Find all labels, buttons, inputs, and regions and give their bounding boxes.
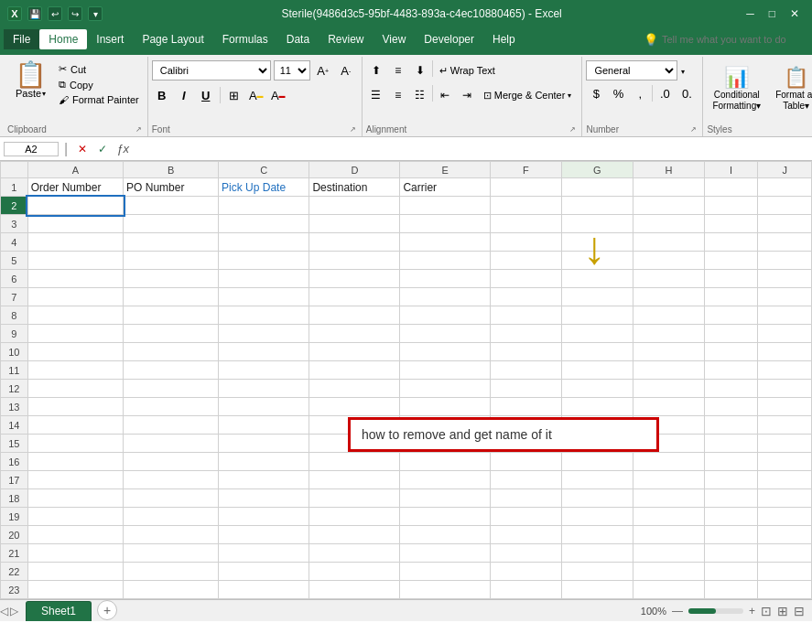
cell-F18[interactable] xyxy=(490,489,561,508)
align-center-btn[interactable]: ≡ xyxy=(388,85,408,105)
cell-F7[interactable] xyxy=(490,288,561,306)
cell-D18[interactable] xyxy=(309,489,400,508)
cell-H2[interactable] xyxy=(633,197,704,215)
cell-E7[interactable] xyxy=(400,288,490,306)
cell-D16[interactable] xyxy=(309,453,400,471)
cell-J12[interactable] xyxy=(758,380,812,398)
col-header-E[interactable]: E xyxy=(400,162,490,178)
row-num-21[interactable]: 21 xyxy=(1,544,28,563)
font-expand-icon[interactable]: ↗ xyxy=(350,125,356,134)
row-num-15[interactable]: 15 xyxy=(1,435,28,453)
cell-I23[interactable] xyxy=(704,581,757,599)
cell-C12[interactable] xyxy=(219,380,309,398)
cell-H21[interactable] xyxy=(633,544,704,563)
align-middle-btn[interactable]: ≡ xyxy=(388,60,408,80)
cell-I19[interactable] xyxy=(704,508,757,526)
maximize-btn[interactable]: □ xyxy=(763,7,781,20)
cell-E6[interactable] xyxy=(400,270,490,288)
row-num-23[interactable]: 23 xyxy=(1,581,28,599)
cell-A23[interactable] xyxy=(27,581,123,599)
cut-button[interactable]: ✂ Cut xyxy=(56,62,142,76)
cell-D10[interactable] xyxy=(309,343,400,361)
cell-I18[interactable] xyxy=(704,489,757,508)
cell-G11[interactable] xyxy=(561,361,633,380)
zoom-slider[interactable] xyxy=(688,608,743,614)
cell-F21[interactable] xyxy=(490,544,561,563)
zoom-out-btn[interactable]: — xyxy=(672,605,683,617)
cell-C7[interactable] xyxy=(219,288,309,306)
border-button[interactable]: ⊞ xyxy=(224,85,244,105)
wrap-text-button[interactable]: ↵ Wrap Text xyxy=(435,60,500,80)
cell-J15[interactable] xyxy=(758,435,812,453)
cell-J21[interactable] xyxy=(758,544,812,563)
cell-F2[interactable] xyxy=(490,197,561,215)
cell-H5[interactable] xyxy=(633,252,704,270)
col-header-F[interactable]: F xyxy=(490,162,561,178)
cell-H13[interactable] xyxy=(633,398,704,416)
cell-E17[interactable] xyxy=(400,471,490,489)
cell-I11[interactable] xyxy=(704,361,757,380)
cell-B19[interactable] xyxy=(124,508,219,526)
align-top-btn[interactable]: ⬆ xyxy=(366,60,386,80)
cell-B23[interactable] xyxy=(124,581,219,599)
cell-B22[interactable] xyxy=(124,563,219,581)
cell-H17[interactable] xyxy=(633,471,704,489)
cell-H3[interactable] xyxy=(633,215,704,233)
cell-A20[interactable] xyxy=(27,526,123,544)
cell-D13[interactable] xyxy=(309,398,400,416)
alignment-expand-icon[interactable]: ↗ xyxy=(569,125,576,134)
cell-C1[interactable]: Pick Up Date xyxy=(219,178,309,197)
cell-D2[interactable] xyxy=(309,197,400,215)
cell-D23[interactable] xyxy=(309,581,400,599)
cell-G9[interactable] xyxy=(561,325,633,343)
cell-A12[interactable] xyxy=(27,380,123,398)
cell-G2[interactable] xyxy=(561,197,633,215)
cell-G1[interactable] xyxy=(561,178,633,197)
cell-J5[interactable] xyxy=(758,252,812,270)
cell-F8[interactable] xyxy=(490,306,561,325)
cell-B15[interactable] xyxy=(124,435,219,453)
cell-B5[interactable] xyxy=(124,252,219,270)
row-num-12[interactable]: 12 xyxy=(1,380,28,398)
cell-I15[interactable] xyxy=(704,435,757,453)
cell-B4[interactable] xyxy=(124,233,219,252)
cell-J10[interactable] xyxy=(758,343,812,361)
cell-C3[interactable] xyxy=(219,215,309,233)
cell-B18[interactable] xyxy=(124,489,219,508)
cell-E4[interactable] xyxy=(400,233,490,252)
cell-D11[interactable] xyxy=(309,361,400,380)
number-expand-icon[interactable]: ↗ xyxy=(690,125,697,134)
cell-B16[interactable] xyxy=(124,453,219,471)
indent-increase-btn[interactable]: ⇥ xyxy=(457,85,477,105)
cell-A8[interactable] xyxy=(27,306,123,325)
cell-F9[interactable] xyxy=(490,325,561,343)
conditional-formatting-button[interactable]: 📊 ConditionalFormatting▾ xyxy=(707,62,766,115)
cell-J3[interactable] xyxy=(758,215,812,233)
cell-J22[interactable] xyxy=(758,563,812,581)
paste-button[interactable]: 📋 Paste ▾ xyxy=(7,59,54,102)
cell-B12[interactable] xyxy=(124,380,219,398)
cell-C5[interactable] xyxy=(219,252,309,270)
col-header-H[interactable]: H xyxy=(633,162,704,178)
cell-C18[interactable] xyxy=(219,489,309,508)
cell-H18[interactable] xyxy=(633,489,704,508)
decrease-font-btn[interactable]: A- xyxy=(336,60,356,80)
cell-A11[interactable] xyxy=(27,361,123,380)
cell-E8[interactable] xyxy=(400,306,490,325)
underline-button[interactable]: U xyxy=(196,85,216,105)
cell-D20[interactable] xyxy=(309,526,400,544)
cell-F17[interactable] xyxy=(490,471,561,489)
row-num-1[interactable]: 1 xyxy=(1,178,28,197)
cell-A10[interactable] xyxy=(27,343,123,361)
cell-A19[interactable] xyxy=(27,508,123,526)
clipboard-expand-icon[interactable]: ↗ xyxy=(135,125,142,134)
cell-C20[interactable] xyxy=(219,526,309,544)
customize-icon[interactable]: ▾ xyxy=(88,6,103,21)
cell-C23[interactable] xyxy=(219,581,309,599)
cell-C13[interactable] xyxy=(219,398,309,416)
cell-I2[interactable] xyxy=(704,197,757,215)
increase-font-btn[interactable]: A+ xyxy=(313,60,333,80)
cell-E3[interactable] xyxy=(400,215,490,233)
cell-I10[interactable] xyxy=(704,343,757,361)
cell-J4[interactable] xyxy=(758,233,812,252)
